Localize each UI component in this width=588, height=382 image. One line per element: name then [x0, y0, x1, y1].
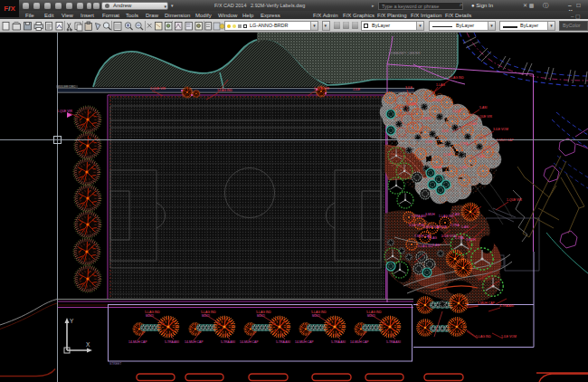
svg-text:3-MUH: 3-MUH	[466, 238, 476, 242]
svg-text:3-LAG IND: 3-LAG IND	[449, 76, 464, 80]
svg-text:14-MUH CAP: 14-MUH CAP	[295, 340, 314, 344]
svg-text:1-QUE VIR: 1-QUE VIR	[57, 110, 73, 113]
svg-text:3-MUH: 3-MUH	[425, 213, 435, 216]
svg-text:3-VOM: 3-VOM	[432, 166, 441, 169]
svg-text:3-ASI: 3-ASI	[478, 155, 485, 158]
svg-text:5-TRA ASI: 5-TRA ASI	[276, 340, 290, 344]
svg-text:COMMUNITY_CENTER: COMMUNITY_CENTER	[389, 52, 421, 55]
svg-text:MULTI: MULTI	[257, 314, 265, 318]
svg-text:5-LAG IND: 5-LAG IND	[418, 244, 433, 248]
svg-text:14-MUH CAP: 14-MUH CAP	[185, 340, 204, 344]
svg-text:7-ASI: 7-ASI	[452, 213, 460, 216]
svg-text:MULLER CIRC: MULLER CIRC	[57, 85, 76, 89]
svg-text:Y: Y	[70, 318, 74, 324]
svg-text:2-QUE: 2-QUE	[452, 110, 461, 113]
svg-text:MULTI: MULTI	[202, 314, 210, 318]
svg-text:3-ASI: 3-ASI	[432, 244, 441, 247]
svg-text:14-MUH CAP: 14-MUH CAP	[240, 340, 259, 344]
svg-text:1-QUE VIR: 1-QUE VIR	[477, 115, 493, 119]
svg-text:3-LAG: 3-LAG	[428, 236, 437, 240]
svg-text:5-CAP: 5-CAP	[443, 153, 451, 157]
svg-text:5-TRA ASI: 5-TRA ASI	[221, 340, 235, 344]
svg-text:1-TRA: 1-TRA	[455, 236, 465, 240]
svg-text:2-QUE VIR: 2-QUE VIR	[150, 87, 166, 91]
svg-text:1-ABC: 1-ABC	[409, 102, 418, 106]
svg-text:5-TRA ASI: 5-TRA ASI	[165, 340, 179, 344]
svg-text:3-ILE VOM: 3-ILE VOM	[409, 224, 424, 227]
svg-text:3-ILE: 3-ILE	[405, 86, 413, 90]
svg-text:1-IND: 1-IND	[460, 166, 468, 169]
svg-text:1-QUE: 1-QUE	[438, 225, 448, 229]
svg-text:MULTI: MULTI	[367, 314, 375, 318]
svg-text:3-ILE: 3-ILE	[441, 129, 449, 133]
svg-text:2-QUE VIR: 2-QUE VIR	[314, 87, 330, 91]
svg-text:5-MUH: 5-MUH	[422, 117, 432, 120]
svg-text:5-ASI: 5-ASI	[461, 225, 469, 229]
svg-text:3-TRA ASI: 3-TRA ASI	[499, 304, 514, 308]
svg-text:3-DEF: 3-DEF	[432, 99, 441, 102]
svg-text:1-ILE VOM: 1-ILE VOM	[501, 335, 517, 339]
svg-text:1-ILE: 1-ILE	[353, 88, 361, 91]
svg-text:3-TRA: 3-TRA	[450, 224, 460, 227]
svg-text:3-ILE VOM: 3-ILE VOM	[493, 128, 508, 131]
svg-text:MULTI: MULTI	[146, 314, 154, 318]
svg-text:STREET: STREET	[109, 362, 121, 366]
svg-text:1-LAG: 1-LAG	[436, 83, 445, 87]
svg-text:14-MUH CAP: 14-MUH CAP	[350, 340, 369, 344]
svg-text:1-QUE VIR: 1-QUE VIR	[507, 198, 523, 202]
svg-text:5-TRA ASI: 5-TRA ASI	[331, 340, 346, 344]
svg-text:5-TRA ASI: 5-TRA ASI	[386, 340, 401, 344]
svg-text:14-MUH CAP: 14-MUH CAP	[128, 340, 147, 344]
svg-text:5-LAG IND: 5-LAG IND	[476, 335, 491, 339]
svg-text:5-MUH CAP: 5-MUH CAP	[478, 301, 495, 305]
svg-text:X: X	[86, 341, 90, 348]
svg-text:2-VIR: 2-VIR	[425, 140, 433, 144]
svg-text:5-TRA ASI: 5-TRA ASI	[412, 215, 426, 218]
svg-text:MULTI: MULTI	[312, 314, 320, 318]
svg-text:5-ASI: 5-ASI	[479, 106, 488, 110]
